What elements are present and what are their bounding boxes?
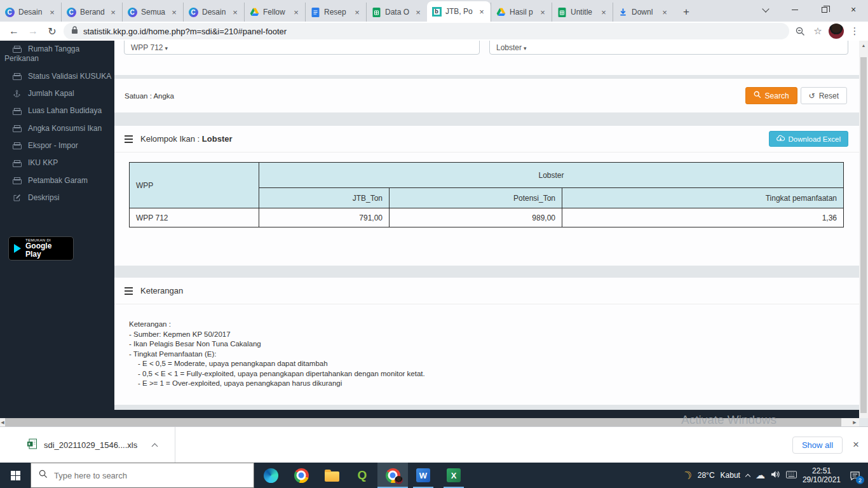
address-bar[interactable]: statistik.kkp.go.id/home.php?m=sdi&i=210… bbox=[64, 23, 789, 39]
taskbar-file-explorer[interactable] bbox=[316, 463, 347, 488]
taskbar-clock[interactable]: 22:51 29/10/2021 bbox=[803, 466, 841, 484]
close-downloads-bar-icon[interactable]: × bbox=[853, 438, 859, 451]
tab-close-icon[interactable]: × bbox=[353, 8, 362, 17]
keterangan-line: - Tingkat Pemanfaatan (E): bbox=[129, 349, 846, 360]
tab-close-icon[interactable]: × bbox=[414, 8, 423, 17]
keterangan-line: Keterangan : bbox=[129, 320, 846, 330]
tab-close-icon[interactable]: × bbox=[109, 8, 118, 17]
sidebar-item-petambak-garam[interactable]: Petambak Garam bbox=[0, 172, 114, 189]
sidebar-item-luas-lahan-budidaya[interactable]: Luas Lahan Budidaya bbox=[0, 102, 114, 119]
tab-downloads[interactable]: Downl × bbox=[613, 3, 674, 22]
search-icon bbox=[39, 470, 48, 481]
tab-data-o[interactable]: Data O × bbox=[366, 3, 427, 22]
main-content: WPP 712▾ Lobster▾ Satuan : Angka Search … bbox=[114, 41, 859, 410]
sidebar-item-angka-konsumsi-ikan[interactable]: Angka Konsumsi Ikan bbox=[0, 120, 114, 137]
temperature-label[interactable]: 28°C bbox=[698, 471, 715, 480]
profile-avatar bbox=[395, 476, 403, 484]
notification-center-icon[interactable]: 2 bbox=[846, 467, 863, 484]
sidebar-item-jumlah-kapal[interactable]: Jumlah Kapal bbox=[0, 85, 114, 102]
cloud-icon[interactable]: ☁ bbox=[756, 470, 765, 481]
taskbar-chrome[interactable] bbox=[286, 463, 316, 488]
weather-label[interactable]: Kabut bbox=[721, 471, 740, 480]
taskbar-search-input[interactable] bbox=[54, 471, 246, 480]
sidebar-item-status-validasi-kusuka[interactable]: Status Validasi KUSUKA bbox=[0, 68, 114, 85]
vertical-scrollbar[interactable]: ▲ bbox=[859, 41, 868, 418]
tab-jtb-active[interactable]: b JTB, Po × bbox=[427, 1, 491, 22]
sidebar-item-ekspor-impor[interactable]: Ekspor - Impor bbox=[0, 137, 114, 154]
new-tab-button[interactable]: + bbox=[677, 3, 695, 21]
file-chevron-icon[interactable] bbox=[152, 443, 158, 449]
search-button[interactable]: Search bbox=[745, 87, 797, 104]
taskbar-excel[interactable]: X bbox=[438, 463, 469, 488]
weather-moon-icon[interactable]: ☽ bbox=[680, 467, 695, 483]
tab-search-chevron-icon[interactable] bbox=[751, 0, 780, 19]
kelompok-ikan-select[interactable]: Lobster▾ bbox=[489, 41, 848, 55]
reset-button[interactable]: ↺ Reset bbox=[801, 87, 847, 104]
browser-tab-strip: C Desain × C Berand × C Semua × C Desain… bbox=[0, 0, 868, 22]
cloud-download-icon bbox=[776, 135, 785, 143]
tab-semua[interactable]: C Semua × bbox=[122, 3, 183, 22]
close-window-button[interactable]: × bbox=[839, 0, 868, 19]
wpp-select[interactable]: WPP 712▾ bbox=[124, 41, 480, 55]
cell-jtb-ton: 791,00 bbox=[259, 208, 390, 227]
tab-close-icon[interactable]: × bbox=[48, 8, 57, 17]
browser-menu-icon[interactable]: ⋮ bbox=[848, 24, 862, 38]
tab-close-icon[interactable]: × bbox=[231, 8, 240, 17]
tab-desain-1[interactable]: C Desain × bbox=[0, 3, 61, 22]
canva-icon: C bbox=[188, 7, 198, 17]
touch-keyboard-icon[interactable] bbox=[786, 471, 797, 480]
scroll-up-icon[interactable]: ▲ bbox=[859, 42, 868, 50]
scroll-right-icon[interactable]: ▶ bbox=[850, 418, 859, 426]
result-table: WPP Lobster JTB_Ton Potensi_Ton Tingkat … bbox=[129, 162, 844, 227]
tab-fellow[interactable]: Fellow × bbox=[244, 3, 305, 22]
canva-icon: C bbox=[127, 7, 137, 17]
tab-close-icon[interactable]: × bbox=[538, 8, 547, 17]
download-excel-button[interactable]: Download Excel bbox=[769, 131, 848, 147]
anchor-icon bbox=[13, 90, 22, 98]
restore-button[interactable] bbox=[810, 0, 839, 19]
col-header-wpp: WPP bbox=[130, 163, 259, 208]
col-header-potensi-ton: Potensi_Ton bbox=[390, 188, 562, 208]
tab-close-icon[interactable]: × bbox=[477, 7, 486, 17]
sidebar-item-iku-kkp[interactable]: IKU KKP bbox=[0, 154, 114, 172]
forward-button[interactable]: → bbox=[25, 24, 41, 39]
taskbar-chrome-profile[interactable] bbox=[377, 463, 408, 488]
taskbar-word[interactable]: W bbox=[408, 463, 438, 488]
sidebar-item-deskripsi[interactable]: Deskripsi bbox=[0, 189, 114, 207]
tab-desain-2[interactable]: C Desain × bbox=[183, 3, 244, 22]
zoom-icon[interactable] bbox=[793, 24, 807, 38]
cell-wpp: WPP 712 bbox=[130, 208, 259, 227]
back-button[interactable]: ← bbox=[6, 24, 22, 39]
downloaded-file-chip[interactable]: sdi_20211029_1546....xls bbox=[0, 427, 157, 463]
tab-close-icon[interactable]: × bbox=[660, 8, 669, 17]
start-button[interactable] bbox=[0, 463, 31, 488]
sidebar-item-rumah-tangga-perikanan[interactable]: Rumah Tangga Perikanan bbox=[0, 41, 114, 68]
excel-icon: X bbox=[447, 468, 461, 482]
bookmark-star-icon[interactable]: ☆ bbox=[811, 24, 825, 38]
volume-icon[interactable] bbox=[771, 470, 780, 480]
tab-resep[interactable]: Resep × bbox=[305, 3, 366, 22]
tab-close-icon[interactable]: × bbox=[292, 8, 301, 17]
refresh-button[interactable]: ↻ bbox=[44, 24, 60, 39]
tab-untitled[interactable]: Untitle × bbox=[552, 3, 613, 22]
tab-close-icon[interactable]: × bbox=[599, 8, 608, 17]
tab-hasil[interactable]: Hasil p × bbox=[491, 3, 552, 22]
screen: C Desain × C Berand × C Semua × C Desain… bbox=[0, 0, 868, 488]
browser-toolbar: ← → ↻ statistik.kkp.go.id/home.php?m=sdi… bbox=[0, 22, 868, 41]
taskbar-qgis[interactable]: Q bbox=[347, 463, 377, 488]
profile-avatar[interactable] bbox=[829, 24, 844, 39]
vertical-scrollbar-thumb[interactable] bbox=[860, 57, 867, 413]
taskbar-search[interactable] bbox=[31, 463, 254, 488]
keterangan-panel: Keterangan Keterangan : - Sumber: Kepmen… bbox=[114, 278, 859, 405]
keterangan-title: Keterangan bbox=[140, 286, 183, 295]
taskbar-edge[interactable] bbox=[255, 463, 286, 488]
scroll-left-icon[interactable]: ◀ bbox=[0, 418, 5, 426]
taskbar: Q W X ☽ 28°C Kabut ☁ 22:51 29/10/2021 bbox=[0, 463, 868, 488]
minimize-button[interactable] bbox=[780, 0, 810, 19]
google-play-badge[interactable]: TEMUKAN DI Google Play bbox=[8, 236, 74, 261]
tab-beranda[interactable]: C Berand × bbox=[61, 3, 122, 22]
result-panel-title: Kelompok Ikan : Lobster bbox=[140, 134, 233, 144]
tab-close-icon[interactable]: × bbox=[170, 8, 179, 17]
tray-expand-icon[interactable] bbox=[745, 473, 750, 478]
show-all-button[interactable]: Show all bbox=[792, 437, 843, 454]
